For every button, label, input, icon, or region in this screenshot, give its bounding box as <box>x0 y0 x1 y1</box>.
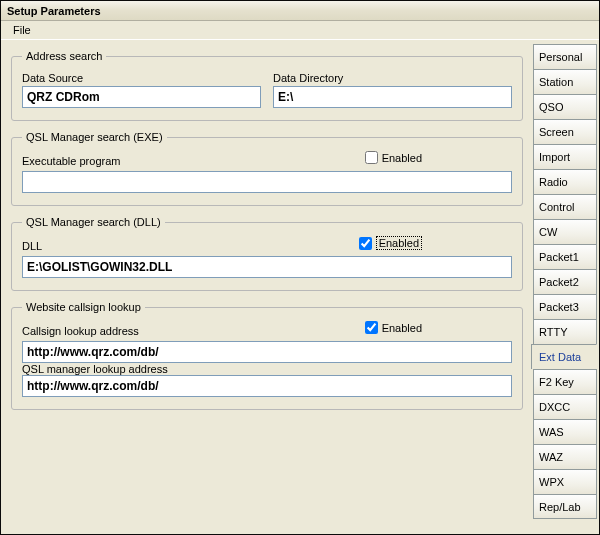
tab-personal[interactable]: Personal <box>533 44 597 69</box>
input-callsign-lookup[interactable] <box>22 341 512 363</box>
tab-qso[interactable]: QSO <box>533 94 597 119</box>
main-panel: Address search Data Source Data Director… <box>1 40 533 534</box>
tab-screen[interactable]: Screen <box>533 119 597 144</box>
label-dll: DLL <box>22 240 42 252</box>
side-tabs: PersonalStationQSOScreenImportRadioContr… <box>533 40 599 534</box>
label-data-directory: Data Directory <box>273 72 512 84</box>
window-title: Setup Parameters <box>7 5 101 17</box>
group-website-lookup: Website callsign lookup Callsign lookup … <box>11 301 523 410</box>
tab-packet3[interactable]: Packet3 <box>533 294 597 319</box>
tab-wpx[interactable]: WPX <box>533 469 597 494</box>
tab-rtty[interactable]: RTTY <box>533 319 597 344</box>
tab-waz[interactable]: WAZ <box>533 444 597 469</box>
tab-station[interactable]: Station <box>533 69 597 94</box>
label-executable-program: Executable program <box>22 155 120 167</box>
tab-import[interactable]: Import <box>533 144 597 169</box>
label-callsign-lookup: Callsign lookup address <box>22 325 139 337</box>
tab-ext-data[interactable]: Ext Data <box>531 344 597 369</box>
label-qsl-manager-lookup: QSL manager lookup address <box>22 363 168 375</box>
input-dll-path[interactable] <box>22 256 512 278</box>
enabled-website-wrap: Enabled <box>365 321 422 334</box>
menu-file[interactable]: File <box>7 23 37 37</box>
label-website-enabled: Enabled <box>382 322 422 334</box>
setup-parameters-window: Setup Parameters File Address search Dat… <box>0 0 600 535</box>
enabled-exe-wrap: Enabled <box>365 151 422 164</box>
group-qsl-exe: QSL Manager search (EXE) Executable prog… <box>11 131 523 206</box>
checkbox-website-enabled[interactable] <box>365 321 378 334</box>
tab-control[interactable]: Control <box>533 194 597 219</box>
group-qsl-dll: QSL Manager search (DLL) DLL Enabled <box>11 216 523 291</box>
legend-qsl-exe: QSL Manager search (EXE) <box>22 131 167 143</box>
tab-f2-key[interactable]: F2 Key <box>533 369 597 394</box>
menubar: File <box>1 21 599 39</box>
tab-was[interactable]: WAS <box>533 419 597 444</box>
tab-dxcc[interactable]: DXCC <box>533 394 597 419</box>
input-qsl-manager-lookup[interactable] <box>22 375 512 397</box>
label-data-source: Data Source <box>22 72 261 84</box>
input-data-source[interactable] <box>22 86 261 108</box>
label-exe-enabled: Enabled <box>382 152 422 164</box>
label-dll-enabled: Enabled <box>376 236 422 250</box>
tab-packet2[interactable]: Packet2 <box>533 269 597 294</box>
tab-rep-lab[interactable]: Rep/Lab <box>533 494 597 519</box>
tab-cw[interactable]: CW <box>533 219 597 244</box>
tab-packet1[interactable]: Packet1 <box>533 244 597 269</box>
enabled-dll-wrap: Enabled <box>359 236 422 250</box>
checkbox-exe-enabled[interactable] <box>365 151 378 164</box>
input-executable-program[interactable] <box>22 171 512 193</box>
legend-website-lookup: Website callsign lookup <box>22 301 145 313</box>
titlebar: Setup Parameters <box>1 1 599 21</box>
group-address-search: Address search Data Source Data Director… <box>11 50 523 121</box>
client-area: Address search Data Source Data Director… <box>1 39 599 534</box>
checkbox-dll-enabled[interactable] <box>359 237 372 250</box>
input-data-directory[interactable] <box>273 86 512 108</box>
legend-address-search: Address search <box>22 50 106 62</box>
legend-qsl-dll: QSL Manager search (DLL) <box>22 216 165 228</box>
tab-radio[interactable]: Radio <box>533 169 597 194</box>
